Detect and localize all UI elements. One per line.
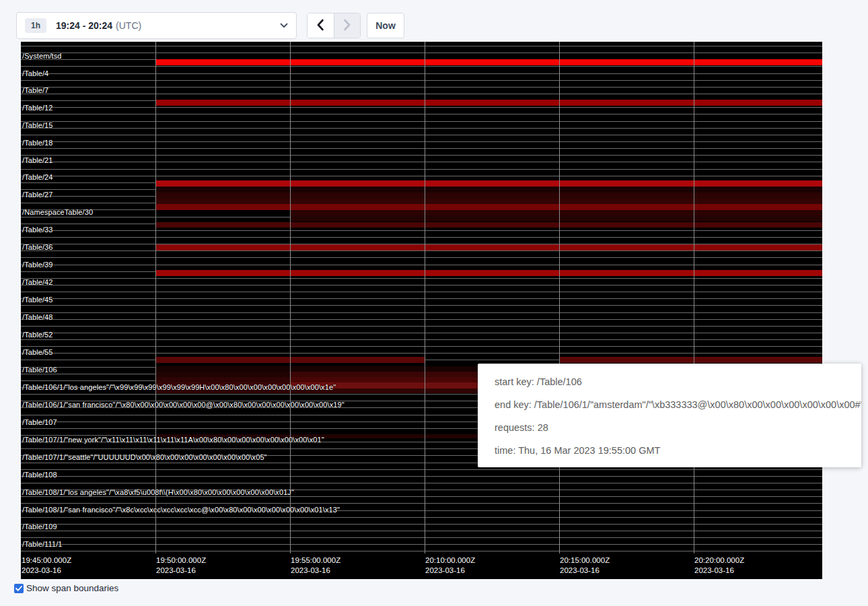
heat-band (290, 210, 822, 215)
row-label: /Table/27 (22, 191, 53, 199)
span-boundary-line (21, 469, 822, 470)
row-label: /Table/15 (22, 121, 53, 129)
span-boundary-line (21, 524, 822, 525)
span-boundary-line (21, 250, 822, 251)
span-boundary-line (21, 537, 822, 538)
row-label: /Table/36 (22, 243, 53, 251)
row-label: /Table/33 (22, 226, 53, 234)
row-label: /Table/106/1/"los angeles"/"\x99\x99\x99… (22, 383, 336, 391)
row-label: /Table/108/1/"san francisco"/"\x8c\xcc\x… (22, 506, 340, 514)
heat-band (155, 270, 822, 276)
span-boundary-line (21, 230, 822, 231)
axis-tick: 19:45:00.000Z2023-03-16 (22, 556, 71, 576)
time-gridline (694, 42, 694, 553)
axis-tick: 19:50:00.000Z2023-03-16 (156, 556, 206, 576)
row-label: /Table/108 (22, 471, 57, 479)
span-boundary-line (21, 141, 822, 142)
row-label: /Table/21 (22, 156, 53, 164)
next-interval-button[interactable] (334, 13, 360, 38)
time-axis: 19:45:00.000Z2023-03-1619:50:00.000Z2023… (21, 553, 822, 579)
row-label: /Table/18 (22, 139, 53, 147)
row-label: /Table/42 (22, 278, 53, 286)
span-boundary-line (21, 319, 822, 320)
span-boundary-line (21, 305, 822, 306)
span-boundary-line (21, 339, 822, 340)
heatmap-plot-area[interactable]: /System/tsd/Table/4/Table/7/Table/12/Tab… (21, 42, 822, 553)
heat-band (155, 193, 822, 199)
heat-band (559, 357, 822, 363)
axis-tick: 20:10:00.000Z2023-03-16 (425, 556, 475, 576)
time-gridline (155, 42, 156, 553)
span-boundary-line (21, 53, 822, 53)
span-boundary-line (21, 237, 822, 238)
row-label: /System/tsd (22, 52, 62, 60)
span-boundary-line (21, 94, 822, 94)
row-label: /Table/107/1/"new york"/"\x11\x11\x11\x1… (22, 436, 324, 444)
span-boundary-line (21, 114, 822, 114)
span-boundary-line (21, 128, 822, 129)
heat-band (155, 377, 290, 382)
row-label: /Table/106 (22, 366, 57, 374)
now-button[interactable]: Now (367, 13, 404, 38)
key-visualizer-heatmap[interactable]: /System/tsd/Table/4/Table/7/Table/12/Tab… (21, 42, 822, 579)
span-boundary-line (21, 121, 822, 122)
heat-band (155, 222, 822, 228)
span-boundary-line (21, 353, 822, 354)
chevron-right-icon (343, 19, 351, 33)
time-nav-group (307, 13, 361, 38)
row-label: /Table/39 (22, 261, 53, 269)
span-boundary-line (21, 298, 822, 299)
timezone-label: (UTC) (116, 20, 141, 31)
heat-band (155, 372, 290, 377)
heat-band (155, 244, 822, 250)
span-boundary-line (21, 531, 822, 531)
tooltip-start-key: start key: /Table/106 (495, 370, 861, 393)
duration-badge: 1h (25, 18, 46, 33)
row-label: /Table/109 (22, 523, 57, 531)
time-gridline (290, 42, 291, 553)
span-boundary-line (21, 66, 822, 67)
span-boundary-line (21, 265, 822, 265)
span-boundary-line (21, 326, 822, 327)
toolbar: 1h 19:24 - 20:24 (UTC) Now (0, 0, 868, 42)
hover-tooltip: start key: /Table/106 end key: /Table/10… (478, 364, 861, 467)
span-boundary-line (21, 483, 822, 483)
span-boundary-line (21, 107, 822, 108)
span-boundary-line (21, 80, 822, 81)
row-label: /Table/45 (22, 296, 53, 304)
span-boundary-line (21, 346, 822, 347)
row-label: /Table/52 (22, 331, 53, 339)
span-boundary-line (21, 155, 822, 156)
heat-band (155, 59, 822, 65)
span-boundary-line (21, 87, 822, 88)
span-boundary-line (21, 257, 822, 258)
row-label: /Table/107/1/"seattle"/"UUUUUUD\x00\x80\… (22, 453, 267, 461)
span-boundary-line (21, 176, 822, 176)
heat-band (155, 199, 822, 204)
span-boundary-line (21, 162, 822, 162)
row-label: /Table/24 (22, 173, 53, 181)
tooltip-time: time: Thu, 16 Mar 2023 19:55:00 GMT (495, 439, 861, 462)
time-gridline (425, 42, 425, 553)
axis-tick: 20:15:00.000Z2023-03-16 (560, 556, 610, 576)
time-range-select[interactable]: 1h 19:24 - 20:24 (UTC) (16, 12, 297, 39)
row-label: /Table/12 (22, 104, 53, 112)
span-boundary-line (21, 169, 822, 170)
row-label: /Table/4 (22, 69, 48, 77)
checkbox-label: Show span boundaries (26, 583, 118, 593)
chevron-left-icon (316, 19, 324, 33)
time-gridline (559, 42, 560, 553)
show-span-boundaries-checkbox[interactable]: Show span boundaries (14, 583, 118, 593)
row-label: /Table/111/1 (22, 540, 63, 548)
tooltip-end-key: end key: /Table/106/1/"amsterdam"/"\xb33… (495, 393, 861, 416)
prev-interval-button[interactable] (308, 13, 334, 38)
time-range-label: 19:24 - 20:24 (56, 20, 112, 31)
checkbox-check-icon (14, 584, 24, 593)
span-boundary-line (21, 333, 822, 333)
heat-band (155, 180, 822, 187)
span-boundary-line (21, 517, 822, 518)
span-boundary-line (21, 148, 822, 149)
heat-band (290, 215, 822, 222)
span-boundary-line (21, 278, 822, 279)
span-boundary-line (21, 503, 822, 504)
